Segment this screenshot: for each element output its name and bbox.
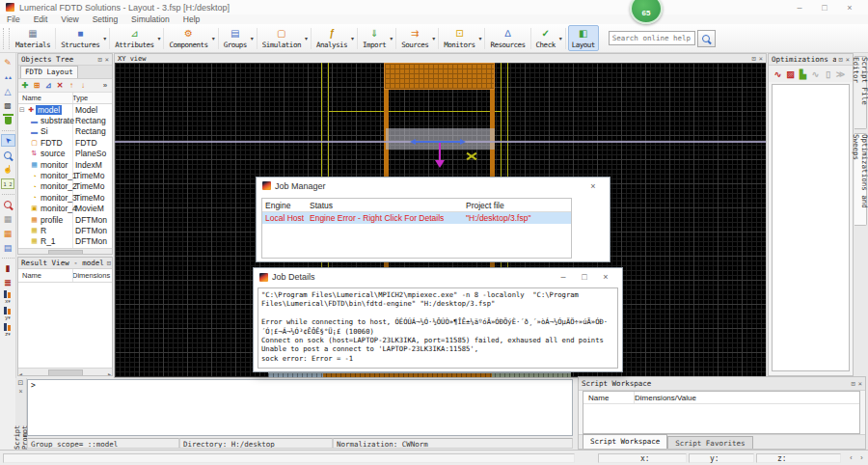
float-icon[interactable]: ⊡: [752, 55, 756, 63]
tab-fdtd-layout[interactable]: FDTD Layout: [20, 66, 78, 78]
tree-row-monitor-2[interactable]: ◔ monitor_2 TimeMo: [18, 181, 112, 192]
z-axis-view-button[interactable]: z▾: [4, 323, 12, 337]
structures-button[interactable]: ■ Structures: [58, 26, 102, 50]
maximize-button[interactable]: □: [574, 272, 595, 282]
move-down-icon[interactable]: ↓: [77, 81, 89, 90]
pan-tool-button[interactable]: ☝: [1, 163, 15, 176]
tree-row-monitor[interactable]: ▦ monitor IndexM: [18, 159, 112, 170]
scroll-left-icon[interactable]: ◂: [19, 370, 22, 377]
float-icon[interactable]: ⊡: [107, 260, 111, 267]
menu-help[interactable]: Help: [176, 14, 206, 24]
menu-view[interactable]: View: [54, 14, 85, 24]
tree-row-profile[interactable]: ▦ profile DFTMon: [18, 214, 112, 225]
tree-row-monitor-4[interactable]: ▣ monitor_4 MovieM: [18, 204, 112, 214]
zoom-region-button[interactable]: [1, 198, 15, 210]
prev-icon[interactable]: ‹: [847, 454, 855, 461]
edit-object-icon[interactable]: ⊿: [42, 81, 54, 90]
close-icon[interactable]: ×: [846, 56, 850, 64]
script-prompt-input[interactable]: >: [27, 379, 573, 436]
chevron-down-icon[interactable]: ▾: [390, 35, 393, 41]
close-icon[interactable]: ×: [105, 56, 109, 64]
float-icon[interactable]: ⊡: [98, 56, 102, 64]
column-divider[interactable]: [634, 392, 635, 403]
scrollbar-thumb[interactable]: [48, 250, 83, 255]
chevron-down-icon[interactable]: ▾: [212, 35, 215, 41]
injection-direction-arrow[interactable]: [435, 143, 444, 169]
float-icon[interactable]: ⊡: [18, 379, 24, 387]
menu-simulation[interactable]: Simulation: [124, 14, 176, 24]
select-tool-button[interactable]: ➤: [1, 134, 15, 147]
sources-button[interactable]: ⇉ Sources: [398, 26, 431, 50]
scroll-right-icon[interactable]: ▸: [108, 251, 111, 256]
tree-row-model[interactable]: ⊟ ✚ model Model: [18, 104, 112, 115]
analysis-button[interactable]: ƒ Analysis: [313, 26, 350, 50]
resources-button[interactable]: ∆ Resources: [487, 26, 528, 50]
close-icon[interactable]: ×: [18, 388, 22, 396]
dialog-title-bar[interactable]: Job Details – □ ×: [254, 268, 622, 286]
close-button[interactable]: ×: [595, 272, 616, 282]
structure-top-block[interactable]: [384, 63, 495, 90]
menu-edit[interactable]: Edit: [27, 14, 55, 24]
delete-sweep-icon[interactable]: ▯: [822, 69, 834, 79]
slab-view-icon[interactable]: ▮: [1, 261, 15, 274]
tab-script-favorites[interactable]: Script Favorites: [667, 436, 752, 449]
zoom-tool-button[interactable]: [1, 149, 15, 161]
close-button[interactable]: ×: [837, 1, 862, 14]
mirror-icon[interactable]: ▲▲: [1, 70, 15, 83]
horizontal-scrollbar[interactable]: ◂ ▸: [18, 368, 112, 376]
next-icon[interactable]: ›: [857, 454, 866, 461]
chevron-down-icon[interactable]: ▾: [157, 35, 160, 41]
advance-icon[interactable]: ≫: [834, 69, 847, 79]
column-divider[interactable]: [72, 93, 73, 103]
scroll-left-icon[interactable]: ◂: [19, 251, 22, 256]
menu-setting[interactable]: Setting: [86, 14, 124, 24]
tree-row-r[interactable]: ▦ R DFTMon: [18, 225, 112, 235]
scrollbar-thumb[interactable]: [48, 369, 83, 376]
tree-row-si[interactable]: ▬ Si Rectang: [18, 126, 112, 137]
materials-button[interactable]: ▦ Materials: [13, 26, 53, 50]
toolbar-drag-handle[interactable]: [3, 28, 10, 49]
new-sweep-icon[interactable]: ▨: [784, 69, 797, 79]
optimizations-list[interactable]: [772, 84, 850, 371]
delete-object-icon[interactable]: ✕: [54, 81, 66, 90]
job-row[interactable]: Local Host Engine Error - Right Click Fo…: [262, 212, 571, 224]
column-divider[interactable]: [72, 269, 73, 282]
minimize-button[interactable]: –: [787, 1, 812, 14]
horizontal-scrollbar[interactable]: ◂ ▸: [18, 248, 112, 255]
simulation-button[interactable]: ▢ Simulation: [259, 26, 304, 50]
position-marker-x[interactable]: [466, 151, 477, 161]
workspace-table[interactable]: Name Dimensions/Value: [583, 391, 860, 434]
check-button[interactable]: ✓ Check: [533, 26, 558, 50]
monitors-button[interactable]: ⊡ Monitors: [441, 26, 477, 50]
x-axis-view-button[interactable]: x▾: [4, 290, 12, 304]
tree-row-source[interactable]: ⇅ source PlaneSo: [18, 149, 112, 159]
add-object-icon[interactable]: ✚: [19, 81, 31, 90]
search-button[interactable]: [697, 30, 716, 47]
chevron-down-icon[interactable]: ▾: [305, 35, 308, 41]
tree-row-fdtd[interactable]: ▢ FDTD FDTD: [18, 137, 112, 148]
expander-icon[interactable]: ⊟: [19, 106, 25, 114]
tab-optimizations-and-sweeps[interactable]: Optimizations and Sweeps: [854, 133, 867, 226]
tree-row-monitor-1[interactable]: ◔ monitor_1 TimeMo: [18, 170, 112, 180]
edit-mesh-icon[interactable]: ▦: [1, 212, 15, 225]
add-group-icon[interactable]: ⊞: [31, 81, 42, 90]
ruler-tool-button[interactable]: 1 2: [1, 178, 15, 190]
overflow-icon[interactable]: »: [99, 81, 111, 90]
tree-row-monitor-3[interactable]: ◔ monitor_3 TimeMo: [18, 192, 112, 203]
chevron-down-icon[interactable]: ▾: [251, 35, 254, 41]
scroll-right-icon[interactable]: ▸: [108, 370, 111, 377]
tab-script-workspace[interactable]: Script Workspace: [583, 434, 667, 449]
chevron-down-icon[interactable]: ▾: [103, 35, 106, 41]
result-list[interactable]: [18, 283, 112, 368]
view-layers-icon[interactable]: ▤: [1, 241, 15, 254]
float-icon[interactable]: ⊡: [852, 380, 855, 388]
close-icon[interactable]: ×: [759, 55, 763, 63]
chevron-down-icon[interactable]: ▾: [351, 35, 354, 41]
y-axis-view-button[interactable]: y▾: [4, 307, 12, 320]
maximize-button[interactable]: □: [812, 1, 837, 14]
components-button[interactable]: ⚙ Components: [166, 26, 210, 50]
import-button[interactable]: ⇓ Import: [360, 26, 389, 50]
chevron-down-icon[interactable]: ▾: [559, 35, 562, 41]
chevron-down-icon[interactable]: ▾: [432, 35, 435, 41]
monitor-line-horizontal[interactable]: [328, 111, 502, 112]
